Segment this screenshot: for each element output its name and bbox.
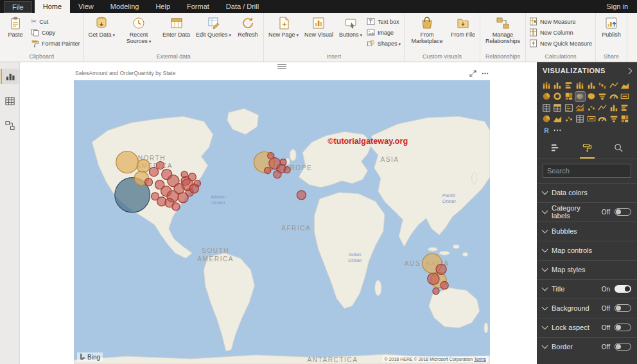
titlebar-tab-modeling[interactable]: Modeling bbox=[102, 0, 148, 13]
format-section-category-labels[interactable]: Category labelsOff bbox=[537, 202, 637, 221]
map-bubble[interactable] bbox=[436, 264, 446, 274]
collapse-panel-icon[interactable] bbox=[626, 67, 633, 74]
map-bubble[interactable] bbox=[116, 152, 138, 173]
visual-type-table-icon[interactable] bbox=[575, 114, 586, 125]
text-box-button[interactable]: Text box bbox=[367, 17, 401, 26]
visual-drag-handle[interactable] bbox=[277, 64, 286, 69]
visual-type-scatter-icon[interactable] bbox=[564, 114, 574, 125]
lock-aspect-toggle[interactable] bbox=[615, 324, 631, 331]
category-labels-toggle[interactable] bbox=[615, 208, 631, 216]
focus-mode-icon[interactable] bbox=[469, 70, 476, 77]
visual-type-map-icon[interactable] bbox=[575, 92, 586, 102]
new-visual-button[interactable]: New Visual bbox=[302, 14, 336, 39]
map-bubble[interactable] bbox=[428, 273, 439, 284]
tab-analytics[interactable] bbox=[611, 142, 626, 159]
visual-type-funnel-icon[interactable] bbox=[598, 92, 608, 102]
titlebar-tab-data-drill[interactable]: Data / Drill bbox=[218, 0, 267, 13]
visual-type-tree-icon[interactable] bbox=[620, 114, 631, 125]
visual-type-scatter-icon[interactable] bbox=[586, 103, 597, 113]
data-view-button[interactable] bbox=[1, 93, 18, 108]
titlebar-tab-view[interactable]: View bbox=[70, 0, 102, 13]
visual-type-line-icon[interactable] bbox=[609, 80, 619, 91]
title-toggle[interactable] bbox=[615, 285, 631, 293]
visual-type-table-icon[interactable] bbox=[541, 103, 552, 113]
new-quick-measure-button[interactable]: New Quick Measure bbox=[529, 39, 592, 48]
terms-link[interactable]: Terms bbox=[474, 357, 486, 361]
format-section-title[interactable]: TitleOn bbox=[537, 279, 637, 299]
publish-button[interactable]: Publish bbox=[598, 14, 625, 39]
copy-button[interactable]: Copy bbox=[31, 28, 80, 37]
format-section-border[interactable]: BorderOff bbox=[537, 337, 637, 356]
map-bubble[interactable] bbox=[189, 184, 198, 193]
tab-fields[interactable] bbox=[548, 142, 563, 159]
visual-type-kpi-icon[interactable] bbox=[575, 103, 586, 113]
format-section-bubbles[interactable]: Bubbles bbox=[537, 221, 637, 241]
new-page-button[interactable]: New Page bbox=[266, 14, 301, 39]
visual-type-sbar-icon[interactable] bbox=[575, 80, 586, 91]
visual-type-card-icon[interactable] bbox=[620, 92, 631, 102]
cut-button[interactable]: ✂Cut bbox=[31, 17, 80, 26]
map-bubble[interactable] bbox=[137, 160, 150, 173]
visual-type-donut-icon[interactable] bbox=[553, 92, 563, 102]
report-view-button[interactable] bbox=[1, 69, 19, 84]
file-menu-button[interactable]: File bbox=[4, 1, 32, 13]
background-toggle[interactable] bbox=[615, 304, 631, 312]
map-bubble[interactable] bbox=[149, 168, 158, 177]
map-bubble[interactable] bbox=[441, 281, 448, 289]
map-bubble[interactable] bbox=[181, 171, 188, 178]
map-bubble[interactable] bbox=[144, 178, 152, 186]
from-marketplace-button[interactable]: From Marketplace bbox=[406, 14, 448, 46]
more-options-icon[interactable] bbox=[482, 70, 489, 77]
titlebar-tab-help[interactable]: Help bbox=[147, 0, 179, 13]
map-bubble[interactable] bbox=[188, 173, 196, 181]
visual-type-cbar-icon[interactable] bbox=[609, 103, 619, 113]
visual-type-pie-icon[interactable] bbox=[541, 114, 552, 125]
shapes-button[interactable]: Shapes bbox=[367, 39, 401, 48]
visual-type-funnel-icon[interactable] bbox=[609, 114, 619, 125]
map-bubble[interactable] bbox=[284, 167, 290, 173]
visual-type-hbar-icon[interactable] bbox=[620, 103, 631, 113]
model-view-button[interactable] bbox=[1, 117, 18, 133]
map-bubble[interactable] bbox=[274, 171, 281, 178]
report-canvas[interactable]: SalesAmount and OrderQuantity by State N… bbox=[20, 62, 536, 364]
format-painter-button[interactable]: Format Painter bbox=[31, 39, 80, 48]
visual-type-cbar-icon[interactable] bbox=[553, 80, 563, 91]
visual-type-gauge-icon[interactable] bbox=[609, 92, 619, 102]
recent-sources-button[interactable]: Recent Sources bbox=[118, 14, 159, 46]
visual-type-water-icon[interactable] bbox=[598, 80, 608, 91]
from-file-button[interactable]: From File bbox=[448, 14, 478, 39]
format-section-map-styles[interactable]: Map styles bbox=[537, 260, 637, 279]
new-measure-button[interactable]: New Measure bbox=[529, 17, 592, 26]
map-bubble[interactable] bbox=[433, 288, 439, 294]
visual-type-matrix-icon[interactable] bbox=[553, 103, 563, 113]
search-input[interactable] bbox=[543, 164, 631, 178]
visual-type-line-icon[interactable] bbox=[598, 103, 608, 113]
paste-button[interactable]: Paste bbox=[2, 14, 29, 39]
map-canvas[interactable]: NORTHAMERICASOUTHAMERICAEUROPEASIAAFRICA… bbox=[74, 80, 490, 364]
visual-type-tree-icon[interactable] bbox=[564, 92, 574, 102]
visual-type-r-icon[interactable]: R bbox=[541, 125, 552, 135]
manage-relationships-button[interactable]: Manage Relationships bbox=[482, 14, 523, 46]
visual-type-gauge-icon[interactable] bbox=[598, 114, 608, 125]
titlebar-tab-home[interactable]: Home bbox=[35, 0, 70, 13]
get-data-button[interactable]: Get Data bbox=[86, 14, 118, 39]
titlebar-tab-format[interactable]: Format bbox=[179, 0, 218, 13]
visual-type-pie-icon[interactable] bbox=[541, 92, 552, 102]
format-section-map-controls[interactable]: Map controls bbox=[537, 241, 637, 260]
map-bubble[interactable] bbox=[172, 203, 180, 211]
visual-type-fmap-icon[interactable] bbox=[586, 92, 597, 102]
visual-type-dots-icon[interactable] bbox=[553, 125, 563, 135]
visual-type-cbar-icon[interactable] bbox=[586, 80, 597, 91]
edit-queries-button[interactable]: Edit Queries bbox=[193, 14, 234, 39]
map-bubble[interactable] bbox=[157, 162, 164, 169]
refresh-button[interactable]: Refresh bbox=[234, 14, 261, 39]
map-visual[interactable]: SalesAmount and OrderQuantity by State N… bbox=[74, 70, 490, 364]
border-toggle[interactable] bbox=[615, 343, 631, 351]
map-bubble[interactable] bbox=[157, 197, 166, 206]
tab-format[interactable] bbox=[580, 142, 595, 159]
visual-type-sbar-icon[interactable] bbox=[541, 80, 552, 91]
new-column-button[interactable]: New Column bbox=[529, 28, 592, 37]
enter-data-button[interactable]: Enter Data bbox=[160, 14, 193, 39]
sign-in-button[interactable]: Sign in bbox=[597, 0, 637, 13]
format-section-data-colors[interactable]: Data colors bbox=[537, 183, 637, 202]
